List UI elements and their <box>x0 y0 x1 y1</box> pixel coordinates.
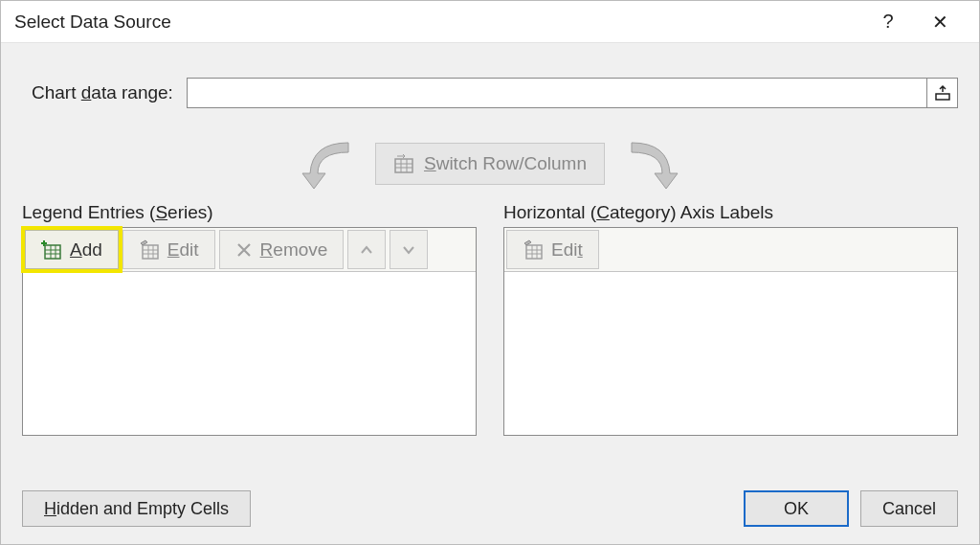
legend-entries-box: Add Edit Remove <box>22 227 477 436</box>
category-toolbar: Edit <box>504 228 957 272</box>
remove-series-icon <box>235 241 253 259</box>
edit-category-icon <box>523 239 544 261</box>
svg-rect-6 <box>45 245 60 259</box>
hidden-cells-label: Hidden and Empty Cells <box>44 499 229 519</box>
chart-data-range-label: Chart data range: <box>32 82 173 103</box>
close-icon: ✕ <box>932 11 948 34</box>
edit-category-button[interactable]: Edit <box>506 230 599 269</box>
ok-label: OK <box>784 499 809 519</box>
dialog-body: Chart data range: Switch Row/Colum <box>1 43 979 453</box>
category-axis-section: Horizontal (Category) Axis Labels Edit <box>503 202 958 436</box>
move-up-button[interactable] <box>347 230 386 269</box>
cancel-button[interactable]: Cancel <box>860 490 958 527</box>
edit-category-label: Edit <box>551 239 583 261</box>
dialog-footer: Hidden and Empty Cells OK Cancel <box>22 490 958 527</box>
svg-rect-1 <box>395 159 412 172</box>
hidden-empty-cells-button[interactable]: Hidden and Empty Cells <box>22 490 251 527</box>
switch-icon <box>393 153 414 174</box>
ok-button[interactable]: OK <box>744 490 849 527</box>
add-label: Add <box>70 239 102 261</box>
arrow-left-icon <box>283 135 366 193</box>
edit-series-label: Edit <box>167 239 199 261</box>
collapse-range-button[interactable] <box>927 78 958 108</box>
help-button[interactable]: ? <box>862 1 914 43</box>
add-series-button[interactable]: Add <box>25 230 119 269</box>
svg-rect-11 <box>143 245 158 259</box>
legend-toolbar: Add Edit Remove <box>23 228 476 272</box>
edit-series-button[interactable]: Edit <box>122 230 215 269</box>
collapse-range-icon <box>934 84 951 102</box>
cancel-label: Cancel <box>882 499 936 519</box>
remove-label: Remove <box>260 239 328 261</box>
edit-series-icon <box>139 239 160 261</box>
chart-data-range-row: Chart data range: <box>32 78 958 108</box>
svg-rect-16 <box>526 245 542 259</box>
help-icon: ? <box>882 11 893 33</box>
dialog-title: Select Data Source <box>14 11 862 33</box>
switch-row: Switch Row/Column <box>22 135 958 193</box>
sections: Legend Entries (Series) Add <box>22 202 958 436</box>
switch-row-column-button[interactable]: Switch Row/Column <box>375 143 605 185</box>
chart-data-range-input-wrap <box>187 78 958 108</box>
titlebar: Select Data Source ? ✕ <box>1 1 979 43</box>
legend-entries-section: Legend Entries (Series) Add <box>22 202 477 436</box>
category-axis-box: Edit <box>503 227 958 436</box>
select-data-source-dialog: Select Data Source ? ✕ Chart data range: <box>0 0 980 545</box>
svg-rect-0 <box>936 94 949 100</box>
footer-left: Hidden and Empty Cells <box>22 490 732 527</box>
legend-entries-label: Legend Entries (Series) <box>22 202 477 223</box>
arrow-right-icon <box>614 135 697 193</box>
chart-data-range-input[interactable] <box>187 78 927 108</box>
add-series-icon <box>41 239 62 261</box>
chevron-down-icon <box>401 242 416 258</box>
remove-series-button[interactable]: Remove <box>219 230 345 269</box>
category-axis-list[interactable] <box>504 272 957 435</box>
move-down-button[interactable] <box>390 230 428 269</box>
close-button[interactable]: ✕ <box>914 1 966 43</box>
switch-label: Switch Row/Column <box>424 153 587 174</box>
category-axis-label: Horizontal (Category) Axis Labels <box>503 202 958 223</box>
legend-entries-list[interactable] <box>23 272 476 435</box>
chevron-up-icon <box>359 242 374 258</box>
